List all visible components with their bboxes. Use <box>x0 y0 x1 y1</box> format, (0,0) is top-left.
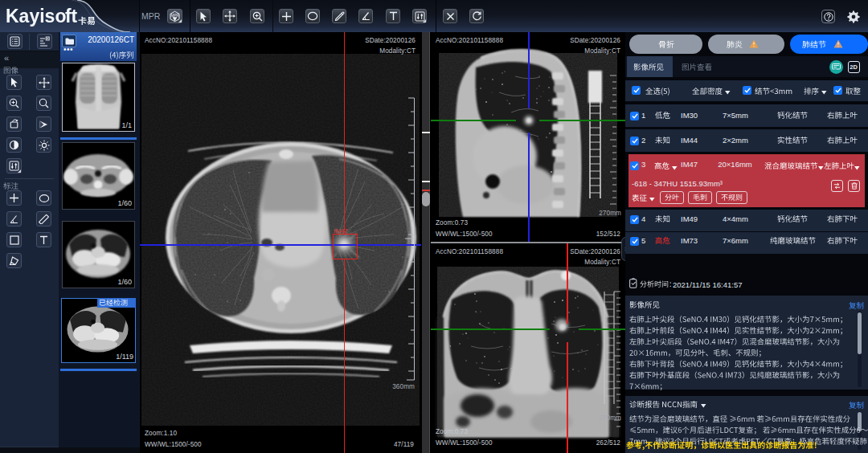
svg-text:MPR: MPR <box>170 13 179 17</box>
